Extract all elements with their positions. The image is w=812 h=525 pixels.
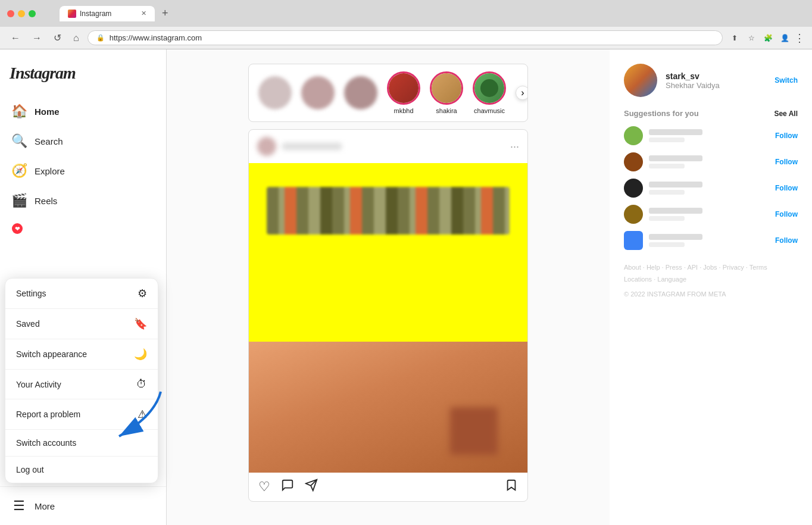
app-body: Instagram 🏠 Home 🔍 Search 🧭 Explore 🎬 Re… <box>0 49 812 525</box>
user-info: stark_sv Shekhar Vaidya <box>666 71 766 90</box>
browser-menu-button[interactable]: ⋮ <box>794 32 805 45</box>
story-item-mkbhd[interactable]: mkbhd <box>387 71 420 114</box>
comment-button[interactable] <box>280 477 295 496</box>
story-avatar-blurred-1 <box>258 76 292 110</box>
forward-button[interactable]: → <box>29 32 45 45</box>
title-bar: Instagram ✕ + <box>0 0 812 27</box>
suggestion-avatar-5[interactable] <box>624 231 643 250</box>
suggestion-avatar-3[interactable] <box>624 179 643 198</box>
suggestions-header: Suggestions for you See All <box>624 109 798 118</box>
like-button[interactable]: ♡ <box>257 478 271 496</box>
post-options-button[interactable]: ··· <box>510 140 519 153</box>
footer-link-api[interactable]: API <box>687 264 698 271</box>
footer-copyright: © 2022 INSTAGRAM FROM META <box>624 290 798 298</box>
sidebar-item-explore[interactable]: 🧭 Explore <box>5 157 161 185</box>
story-avatar-shakira <box>430 71 463 105</box>
url-text: https://www.instagram.com <box>110 33 202 42</box>
follow-button-3[interactable]: Follow <box>775 184 798 192</box>
follow-button-1[interactable]: Follow <box>775 132 798 140</box>
follow-button-5[interactable]: Follow <box>775 236 798 245</box>
compass-icon: 🧭 <box>12 164 26 178</box>
sidebar-item-reels-label: Reels <box>35 196 57 206</box>
more-menu-item-saved[interactable]: Saved 🔖 <box>5 309 158 339</box>
suggestion-sub-5 <box>649 242 685 247</box>
save-button[interactable] <box>504 477 519 496</box>
suggestion-item-4: Follow <box>624 205 798 224</box>
sidebar-item-home[interactable]: 🏠 Home <box>5 97 161 126</box>
right-panel: stark_sv Shekhar Vaidya Switch Suggestio… <box>610 49 812 525</box>
back-button[interactable]: ← <box>7 32 24 45</box>
sidebar-item-reels[interactable]: 🎬 Reels <box>5 186 161 215</box>
more-menu-popup: Settings ⚙ Saved 🔖 Switch appearance 🌙 Y… <box>5 278 158 483</box>
more-menu-item-your-activity[interactable]: Your Activity ⏱ <box>5 370 158 399</box>
suggestion-item-2: Follow <box>624 152 798 171</box>
tabs-bar: Instagram ✕ + <box>52 5 180 22</box>
suggestion-sub-2 <box>649 164 685 168</box>
story-item-chavmusic[interactable]: chavmusic <box>473 71 506 114</box>
stories-row: mkbhd shakira chavmusic › <box>248 64 528 122</box>
share-button[interactable] <box>304 477 319 496</box>
feed-wrapper: mkbhd shakira chavmusic › <box>248 64 528 511</box>
extensions-icon[interactable]: 🧩 <box>761 31 775 45</box>
more-menu-log-out-label: Log out <box>16 465 44 474</box>
bookmark-icon[interactable]: ☆ <box>744 31 758 45</box>
home-icon: 🏠 <box>12 104 26 118</box>
follow-button-2[interactable]: Follow <box>775 158 798 166</box>
story-item-blurred-3[interactable] <box>344 76 377 110</box>
suggestion-avatar-4[interactable] <box>624 205 643 224</box>
more-menu-your-activity-label: Your Activity <box>16 380 61 389</box>
sidebar-item-search[interactable]: 🔍 Search <box>5 127 161 155</box>
browser-chrome: Instagram ✕ + ← → ↺ ⌂ 🔒 https://www.inst… <box>0 0 812 49</box>
post-image-yellow <box>249 163 527 342</box>
sidebar-more-label: More <box>35 501 55 511</box>
suggestion-avatar-1[interactable] <box>624 126 643 145</box>
more-menu-item-report-problem[interactable]: Report a problem ⚠ <box>5 399 158 430</box>
current-user-avatar[interactable] <box>624 64 657 97</box>
suggestion-info-4 <box>649 208 769 221</box>
footer-link-press[interactable]: Press <box>666 264 682 271</box>
footer-link-help[interactable]: Help <box>647 264 660 271</box>
see-all-button[interactable]: See All <box>774 110 798 118</box>
more-menu-item-log-out[interactable]: Log out <box>5 457 158 483</box>
close-window-button[interactable] <box>7 10 14 17</box>
footer-link-terms[interactable]: Terms <box>749 264 767 271</box>
footer-link-language[interactable]: Language <box>657 276 686 283</box>
new-tab-button[interactable]: + <box>157 5 173 22</box>
story-item-shakira[interactable]: shakira <box>430 71 463 114</box>
story-avatar-chavmusic <box>473 71 506 105</box>
nav-actions: ⬆ ☆ 🧩 👤 ⋮ <box>727 31 805 45</box>
footer-link-about[interactable]: About <box>624 264 641 271</box>
footer-link-privacy[interactable]: Privacy <box>723 264 744 271</box>
lock-icon: 🔒 <box>96 34 105 42</box>
post-image-blur-content <box>450 407 498 455</box>
story-avatar-mkbhd <box>387 71 420 105</box>
profile-icon[interactable]: 👤 <box>777 31 792 45</box>
post-username <box>282 143 342 150</box>
sidebar-item-more[interactable]: ☰ More <box>5 492 161 520</box>
more-menu-item-settings[interactable]: Settings ⚙ <box>5 279 158 309</box>
minimize-window-button[interactable] <box>18 10 25 17</box>
story-item-blurred-2[interactable] <box>301 76 335 110</box>
more-menu-saved-label: Saved <box>16 319 40 329</box>
footer-link-locations[interactable]: Locations <box>624 276 652 283</box>
story-avatar-blurred-2 <box>301 76 335 110</box>
sidebar-item-notifications[interactable]: ❤ <box>5 216 161 241</box>
reload-button[interactable]: ↺ <box>50 31 65 45</box>
tab-title: Instagram <box>80 10 111 18</box>
more-menu-item-switch-appearance[interactable]: Switch appearance 🌙 <box>5 339 158 370</box>
footer-link-jobs[interactable]: Jobs <box>703 264 717 271</box>
story-avatar-blurred-3 <box>344 76 377 110</box>
suggestion-avatar-2[interactable] <box>624 152 643 171</box>
follow-button-4[interactable]: Follow <box>775 210 798 218</box>
stories-next-button[interactable]: › <box>516 86 528 100</box>
tab-close-button[interactable]: ✕ <box>141 10 146 17</box>
share-icon[interactable]: ⬆ <box>727 31 742 45</box>
switch-button[interactable]: Switch <box>774 76 798 85</box>
more-menu-item-switch-accounts[interactable]: Switch accounts <box>5 430 158 457</box>
home-button[interactable]: ⌂ <box>70 32 83 45</box>
story-item-blurred-1[interactable] <box>258 76 292 110</box>
browser-tab[interactable]: Instagram ✕ <box>60 6 155 21</box>
sidebar-item-search-label: Search <box>35 136 63 146</box>
address-bar[interactable]: 🔒 https://www.instagram.com <box>88 30 723 45</box>
maximize-window-button[interactable] <box>29 10 36 17</box>
